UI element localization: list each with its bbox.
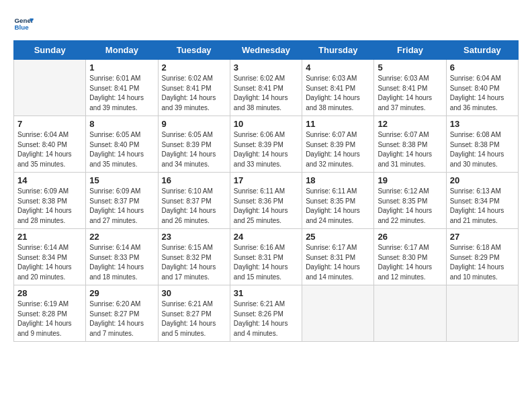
day-info: Sunrise: 6:02 AM Sunset: 8:41 PM Dayligh… xyxy=(162,74,226,113)
calendar-table: SundayMondayTuesdayWednesdayThursdayFrid… xyxy=(13,40,519,342)
calendar-week-4: 21Sunrise: 6:14 AM Sunset: 8:34 PM Dayli… xyxy=(14,229,519,285)
calendar-cell: 18Sunrise: 6:11 AM Sunset: 8:35 PM Dayli… xyxy=(302,173,374,229)
day-info: Sunrise: 6:09 AM Sunset: 8:38 PM Dayligh… xyxy=(17,187,82,226)
calendar-cell: 15Sunrise: 6:09 AM Sunset: 8:37 PM Dayli… xyxy=(86,173,158,229)
day-header-friday: Friday xyxy=(374,41,446,60)
day-header-saturday: Saturday xyxy=(446,41,518,60)
calendar-cell xyxy=(374,285,446,342)
day-number: 19 xyxy=(378,175,442,185)
day-info: Sunrise: 6:19 AM Sunset: 8:28 PM Dayligh… xyxy=(17,300,82,338)
day-number: 10 xyxy=(234,119,298,129)
day-info: Sunrise: 6:15 AM Sunset: 8:32 PM Dayligh… xyxy=(162,243,226,282)
day-number: 31 xyxy=(234,288,298,298)
calendar-cell: 13Sunrise: 6:08 AM Sunset: 8:38 PM Dayli… xyxy=(446,116,518,173)
logo: General Blue xyxy=(13,13,34,34)
calendar-cell xyxy=(302,285,374,342)
day-number: 23 xyxy=(162,232,226,242)
calendar-cell: 14Sunrise: 6:09 AM Sunset: 8:38 PM Dayli… xyxy=(14,173,86,229)
calendar-cell: 21Sunrise: 6:14 AM Sunset: 8:34 PM Dayli… xyxy=(14,229,86,285)
calendar-cell: 4Sunrise: 6:03 AM Sunset: 8:41 PM Daylig… xyxy=(302,60,374,116)
day-number: 9 xyxy=(162,119,226,129)
day-info: Sunrise: 6:04 AM Sunset: 8:40 PM Dayligh… xyxy=(450,74,515,113)
day-number: 28 xyxy=(17,288,82,298)
calendar-cell: 11Sunrise: 6:07 AM Sunset: 8:39 PM Dayli… xyxy=(302,116,374,173)
day-header-tuesday: Tuesday xyxy=(158,41,230,60)
calendar-cell: 27Sunrise: 6:18 AM Sunset: 8:29 PM Dayli… xyxy=(446,229,518,285)
day-info: Sunrise: 6:07 AM Sunset: 8:38 PM Dayligh… xyxy=(378,130,442,169)
day-info: Sunrise: 6:21 AM Sunset: 8:27 PM Dayligh… xyxy=(162,300,226,338)
day-number: 8 xyxy=(89,119,154,129)
day-number: 26 xyxy=(378,232,442,242)
calendar-cell: 29Sunrise: 6:20 AM Sunset: 8:27 PM Dayli… xyxy=(86,285,158,342)
day-info: Sunrise: 6:20 AM Sunset: 8:27 PM Dayligh… xyxy=(89,300,154,338)
calendar-week-1: 1Sunrise: 6:01 AM Sunset: 8:41 PM Daylig… xyxy=(14,60,519,116)
day-info: Sunrise: 6:05 AM Sunset: 8:39 PM Dayligh… xyxy=(162,130,226,169)
day-number: 16 xyxy=(162,175,226,185)
calendar-cell: 25Sunrise: 6:17 AM Sunset: 8:31 PM Dayli… xyxy=(302,229,374,285)
calendar-cell: 20Sunrise: 6:13 AM Sunset: 8:34 PM Dayli… xyxy=(446,173,518,229)
day-info: Sunrise: 6:21 AM Sunset: 8:26 PM Dayligh… xyxy=(234,300,298,338)
day-info: Sunrise: 6:11 AM Sunset: 8:35 PM Dayligh… xyxy=(306,187,370,226)
calendar-cell: 3Sunrise: 6:02 AM Sunset: 8:41 PM Daylig… xyxy=(230,60,302,116)
calendar-cell: 7Sunrise: 6:04 AM Sunset: 8:40 PM Daylig… xyxy=(14,116,86,173)
calendar-header-row: SundayMondayTuesdayWednesdayThursdayFrid… xyxy=(14,41,519,60)
day-number: 7 xyxy=(17,119,82,129)
day-info: Sunrise: 6:09 AM Sunset: 8:37 PM Dayligh… xyxy=(89,187,154,226)
calendar-cell: 24Sunrise: 6:16 AM Sunset: 8:31 PM Dayli… xyxy=(230,229,302,285)
day-info: Sunrise: 6:18 AM Sunset: 8:29 PM Dayligh… xyxy=(450,243,515,282)
day-info: Sunrise: 6:07 AM Sunset: 8:39 PM Dayligh… xyxy=(306,130,370,169)
day-header-thursday: Thursday xyxy=(302,41,374,60)
day-info: Sunrise: 6:16 AM Sunset: 8:31 PM Dayligh… xyxy=(234,243,298,282)
day-info: Sunrise: 6:08 AM Sunset: 8:38 PM Dayligh… xyxy=(450,130,515,169)
day-info: Sunrise: 6:04 AM Sunset: 8:40 PM Dayligh… xyxy=(17,130,82,169)
calendar-cell xyxy=(446,285,518,342)
day-number: 12 xyxy=(378,119,442,129)
day-info: Sunrise: 6:13 AM Sunset: 8:34 PM Dayligh… xyxy=(450,187,515,226)
calendar-cell: 30Sunrise: 6:21 AM Sunset: 8:27 PM Dayli… xyxy=(158,285,230,342)
day-info: Sunrise: 6:17 AM Sunset: 8:31 PM Dayligh… xyxy=(306,243,370,282)
calendar-cell: 23Sunrise: 6:15 AM Sunset: 8:32 PM Dayli… xyxy=(158,229,230,285)
day-info: Sunrise: 6:03 AM Sunset: 8:41 PM Dayligh… xyxy=(378,74,442,113)
calendar-cell: 22Sunrise: 6:14 AM Sunset: 8:33 PM Dayli… xyxy=(86,229,158,285)
day-info: Sunrise: 6:10 AM Sunset: 8:37 PM Dayligh… xyxy=(162,187,226,226)
calendar-week-3: 14Sunrise: 6:09 AM Sunset: 8:38 PM Dayli… xyxy=(14,173,519,229)
day-number: 17 xyxy=(234,175,298,185)
day-info: Sunrise: 6:12 AM Sunset: 8:35 PM Dayligh… xyxy=(378,187,442,226)
calendar-week-2: 7Sunrise: 6:04 AM Sunset: 8:40 PM Daylig… xyxy=(14,116,519,173)
day-info: Sunrise: 6:02 AM Sunset: 8:41 PM Dayligh… xyxy=(234,74,298,113)
day-number: 2 xyxy=(162,62,226,73)
calendar-cell: 2Sunrise: 6:02 AM Sunset: 8:41 PM Daylig… xyxy=(158,60,230,116)
day-number: 27 xyxy=(450,232,515,242)
day-header-sunday: Sunday xyxy=(14,41,86,60)
day-number: 4 xyxy=(306,62,370,73)
day-number: 30 xyxy=(162,288,226,298)
day-info: Sunrise: 6:01 AM Sunset: 8:41 PM Dayligh… xyxy=(89,74,154,113)
day-number: 5 xyxy=(378,62,442,73)
calendar-cell: 5Sunrise: 6:03 AM Sunset: 8:41 PM Daylig… xyxy=(374,60,446,116)
day-number: 21 xyxy=(17,232,82,242)
calendar-cell: 9Sunrise: 6:05 AM Sunset: 8:39 PM Daylig… xyxy=(158,116,230,173)
calendar-cell: 17Sunrise: 6:11 AM Sunset: 8:36 PM Dayli… xyxy=(230,173,302,229)
day-number: 11 xyxy=(306,119,370,129)
calendar-cell: 19Sunrise: 6:12 AM Sunset: 8:35 PM Dayli… xyxy=(374,173,446,229)
day-number: 3 xyxy=(234,62,298,73)
day-info: Sunrise: 6:06 AM Sunset: 8:39 PM Dayligh… xyxy=(234,130,298,169)
day-info: Sunrise: 6:14 AM Sunset: 8:34 PM Dayligh… xyxy=(17,243,82,282)
day-number: 13 xyxy=(450,119,515,129)
day-header-wednesday: Wednesday xyxy=(230,41,302,60)
day-number: 1 xyxy=(89,62,154,73)
calendar-cell: 26Sunrise: 6:17 AM Sunset: 8:30 PM Dayli… xyxy=(374,229,446,285)
calendar-cell: 16Sunrise: 6:10 AM Sunset: 8:37 PM Dayli… xyxy=(158,173,230,229)
day-number: 29 xyxy=(89,288,154,298)
day-info: Sunrise: 6:05 AM Sunset: 8:40 PM Dayligh… xyxy=(89,130,154,169)
day-info: Sunrise: 6:11 AM Sunset: 8:36 PM Dayligh… xyxy=(234,187,298,226)
day-number: 22 xyxy=(89,232,154,242)
calendar-cell: 28Sunrise: 6:19 AM Sunset: 8:28 PM Dayli… xyxy=(14,285,86,342)
calendar-cell: 31Sunrise: 6:21 AM Sunset: 8:26 PM Dayli… xyxy=(230,285,302,342)
calendar-week-5: 28Sunrise: 6:19 AM Sunset: 8:28 PM Dayli… xyxy=(14,285,519,342)
logo-icon: General Blue xyxy=(13,13,34,34)
page-header: General Blue xyxy=(13,13,519,34)
day-number: 25 xyxy=(306,232,370,242)
calendar-cell: 1Sunrise: 6:01 AM Sunset: 8:41 PM Daylig… xyxy=(86,60,158,116)
day-info: Sunrise: 6:14 AM Sunset: 8:33 PM Dayligh… xyxy=(89,243,154,282)
